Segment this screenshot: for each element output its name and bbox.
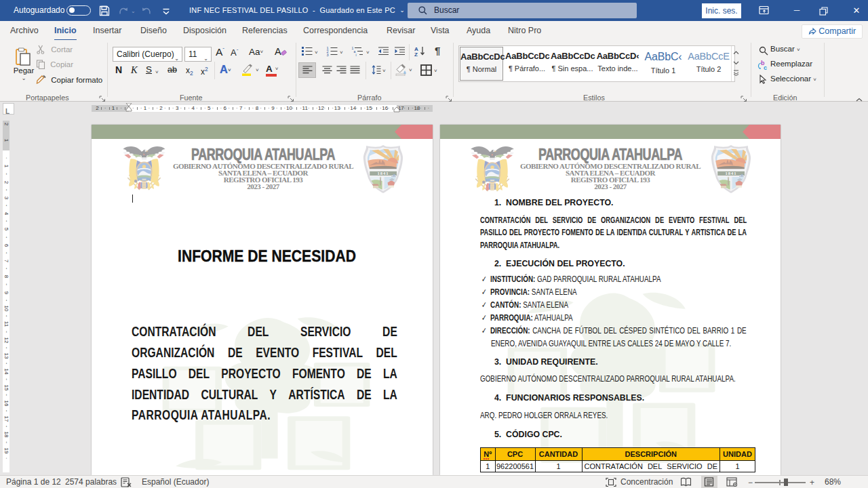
svg-text:Z: Z [414, 52, 418, 57]
svg-text:c: c [764, 64, 767, 70]
svg-text:3: 3 [327, 53, 329, 56]
svg-text:i: i [356, 53, 357, 56]
